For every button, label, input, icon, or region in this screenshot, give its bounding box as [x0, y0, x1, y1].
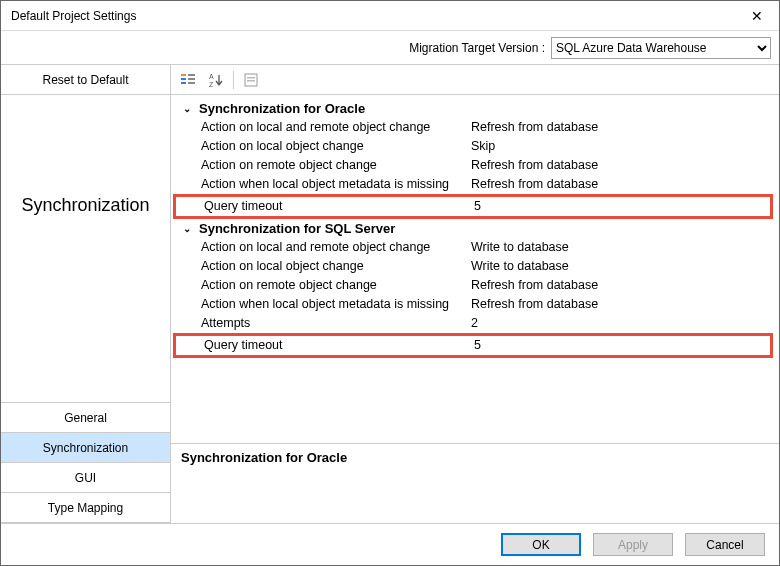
property-row[interactable]: Action on local object change Write to d…: [173, 257, 773, 276]
property-value: Write to database: [471, 238, 773, 257]
property-label: Action on local and remote object change: [201, 118, 471, 137]
target-version-row: Migration Target Version : SQL Azure Dat…: [1, 31, 779, 65]
dialog-button-bar: OK Apply Cancel: [1, 523, 779, 565]
svg-rect-2: [181, 82, 186, 84]
property-row[interactable]: Action on local and remote object change…: [173, 238, 773, 257]
property-row[interactable]: Action on remote object change Refresh f…: [173, 276, 773, 295]
cancel-button[interactable]: Cancel: [685, 533, 765, 556]
property-value: Skip: [471, 137, 773, 156]
property-value: 5: [474, 336, 770, 355]
property-row[interactable]: Action when local object metadata is mis…: [173, 295, 773, 314]
group-header-sqlserver[interactable]: ⌄ Synchronization for SQL Server: [173, 219, 773, 238]
left-column: Reset to Default Synchronization General…: [1, 65, 171, 523]
close-icon: ✕: [751, 8, 763, 24]
tab-synchronization[interactable]: Synchronization: [1, 433, 170, 463]
svg-rect-3: [188, 74, 195, 76]
reset-to-default-button[interactable]: Reset to Default: [1, 65, 170, 95]
property-value: Refresh from database: [471, 118, 773, 137]
close-button[interactable]: ✕: [735, 1, 779, 31]
property-label: Action on local object change: [201, 257, 471, 276]
property-toolbar: A Z: [171, 65, 779, 95]
property-label: Attempts: [201, 314, 471, 333]
property-pages-button[interactable]: [240, 69, 262, 91]
property-row[interactable]: Action on local and remote object change…: [173, 118, 773, 137]
property-row[interactable]: Action on remote object change Refresh f…: [173, 156, 773, 175]
right-column: A Z ⌄ Synchronization for Oracle: [171, 65, 779, 523]
target-version-select[interactable]: SQL Azure Data Warehouse: [551, 37, 771, 59]
main-area: Reset to Default Synchronization General…: [1, 65, 779, 523]
group-title: Synchronization for SQL Server: [199, 221, 395, 236]
property-row[interactable]: Attempts 2: [173, 314, 773, 333]
side-tabs: General Synchronization GUI Type Mapping: [1, 402, 170, 523]
categorized-icon: [180, 72, 196, 88]
tab-general[interactable]: General: [1, 403, 170, 433]
page-title: Synchronization: [1, 95, 170, 216]
svg-rect-5: [188, 82, 195, 84]
categorized-view-button[interactable]: [177, 69, 199, 91]
title-bar: Default Project Settings ✕: [1, 1, 779, 31]
window-title: Default Project Settings: [11, 9, 136, 23]
toolbar-separator: [233, 71, 234, 89]
tab-type-mapping[interactable]: Type Mapping: [1, 493, 170, 523]
group-header-oracle[interactable]: ⌄ Synchronization for Oracle: [173, 99, 773, 118]
svg-rect-10: [247, 80, 255, 82]
property-grid[interactable]: ⌄ Synchronization for Oracle Action on l…: [171, 95, 779, 443]
svg-rect-9: [247, 77, 255, 79]
property-label: Query timeout: [204, 197, 474, 216]
property-label: Action when local object metadata is mis…: [201, 175, 471, 194]
property-label: Action on remote object change: [201, 156, 471, 175]
property-label: Action on remote object change: [201, 276, 471, 295]
svg-rect-1: [181, 78, 186, 80]
svg-text:A: A: [209, 73, 214, 80]
property-value: 2: [471, 314, 773, 333]
property-row[interactable]: Action on local object change Skip: [173, 137, 773, 156]
property-label: Action on local object change: [201, 137, 471, 156]
svg-rect-4: [188, 78, 195, 80]
property-label: Action when local object metadata is mis…: [201, 295, 471, 314]
sort-az-icon: A Z: [208, 72, 224, 88]
property-value: Refresh from database: [471, 175, 773, 194]
property-row[interactable]: Action when local object metadata is mis…: [173, 175, 773, 194]
property-row-highlighted[interactable]: Query timeout 5: [173, 333, 773, 358]
group-title: Synchronization for Oracle: [199, 101, 365, 116]
tab-gui[interactable]: GUI: [1, 463, 170, 493]
svg-text:Z: Z: [209, 81, 214, 88]
description-title: Synchronization for Oracle: [181, 450, 769, 465]
property-value: Refresh from database: [471, 156, 773, 175]
apply-button[interactable]: Apply: [593, 533, 673, 556]
property-value: 5: [474, 197, 770, 216]
alphabetical-view-button[interactable]: A Z: [205, 69, 227, 91]
left-spacer: [1, 216, 170, 402]
property-pages-icon: [243, 72, 259, 88]
property-label: Query timeout: [204, 336, 474, 355]
target-version-label: Migration Target Version :: [409, 41, 545, 55]
property-label: Action on local and remote object change: [201, 238, 471, 257]
property-row-highlighted[interactable]: Query timeout 5: [173, 194, 773, 219]
svg-rect-0: [181, 74, 186, 76]
description-panel: Synchronization for Oracle: [171, 443, 779, 523]
chevron-down-icon: ⌄: [181, 103, 193, 114]
property-value: Write to database: [471, 257, 773, 276]
property-value: Refresh from database: [471, 276, 773, 295]
property-value: Refresh from database: [471, 295, 773, 314]
chevron-down-icon: ⌄: [181, 223, 193, 234]
ok-button[interactable]: OK: [501, 533, 581, 556]
